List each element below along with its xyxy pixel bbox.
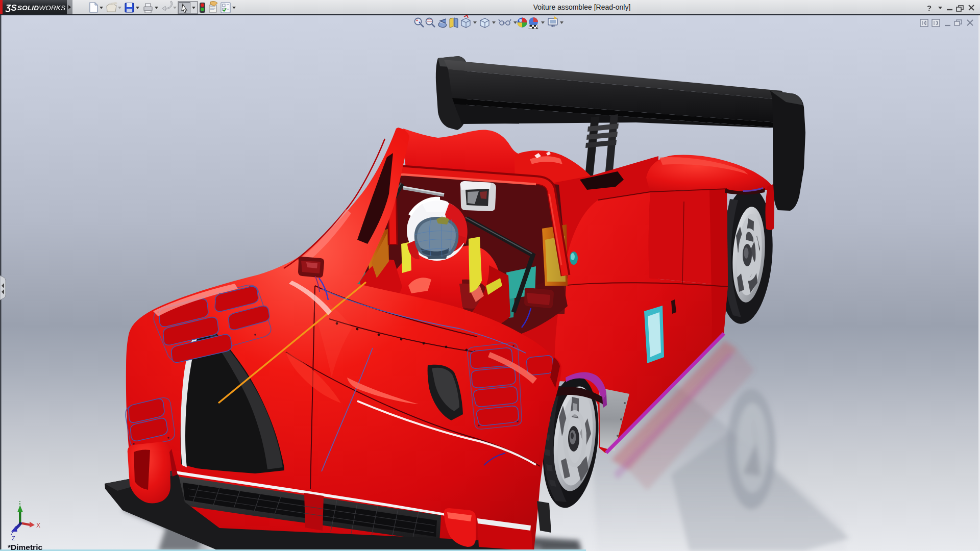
svg-text:SOLIDWORKS: SOLIDWORKS [17,4,65,12]
svg-text:?: ? [927,4,932,12]
svg-text:X: X [36,522,40,529]
svg-text:Z: Z [12,535,15,541]
svg-text:*Dimetric: *Dimetric [8,543,42,551]
svg-text:ƷS: ƷS [5,3,17,13]
